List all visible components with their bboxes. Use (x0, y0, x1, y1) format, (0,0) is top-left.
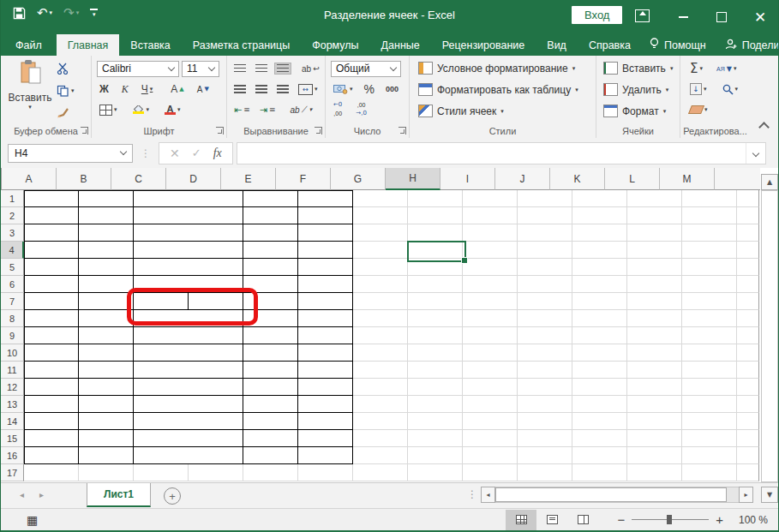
row-header-1[interactable]: 1 (1, 190, 24, 207)
tab-scroll-splitter[interactable]: ⋮ (467, 488, 477, 500)
cell-partial-9[interactable] (737, 327, 759, 344)
cell-I13[interactable] (463, 396, 518, 413)
column-header-C[interactable]: C (111, 168, 166, 190)
cell-L9[interactable] (627, 327, 682, 344)
cell-A5[interactable] (24, 259, 79, 276)
cell-J12[interactable] (518, 379, 572, 396)
cell-C10[interactable] (134, 344, 243, 362)
row-header-5[interactable]: 5 (1, 259, 24, 276)
cell-L4[interactable] (627, 242, 682, 259)
row-header-7[interactable]: 7 (1, 293, 24, 310)
cell-E1[interactable] (243, 190, 298, 207)
cell-L14[interactable] (627, 413, 682, 430)
normal-view-button[interactable] (506, 510, 536, 530)
cell-E9[interactable] (243, 327, 298, 344)
cell-L2[interactable] (627, 207, 682, 224)
tell-me-tab[interactable]: Помощн (642, 38, 714, 53)
cell-styles-button[interactable]: Стили ячеек▾ (418, 100, 592, 122)
row-header-4[interactable]: 4 (1, 242, 24, 259)
cell-M17[interactable] (682, 464, 737, 481)
cell-I17[interactable] (463, 464, 518, 481)
cell-C2[interactable] (134, 207, 243, 224)
cell-E17[interactable] (243, 464, 298, 481)
format-as-table-button[interactable]: Форматировать как таблицу▾ (418, 79, 592, 100)
cell-L12[interactable] (627, 379, 682, 396)
cell-G11[interactable] (353, 362, 408, 379)
cell-K15[interactable] (572, 430, 627, 447)
cell-A10[interactable] (24, 344, 79, 362)
align-center-button[interactable] (253, 83, 270, 95)
zoom-level[interactable]: 100 % (730, 514, 768, 526)
vertical-scroll-track[interactable] (761, 190, 778, 482)
expand-formula-bar-icon[interactable] (746, 143, 765, 164)
cell-I9[interactable] (463, 327, 518, 344)
cell-H17[interactable] (408, 464, 463, 481)
increase-font-button[interactable]: А▲ (168, 81, 186, 97)
clipboard-dialog-launcher[interactable] (81, 127, 88, 134)
cell-E13[interactable] (243, 396, 298, 413)
cell-L16[interactable] (627, 447, 682, 464)
scroll-right-icon[interactable]: ▸ (739, 487, 753, 503)
tab-Рецензирование[interactable]: Рецензирование (431, 34, 536, 56)
cell-partial-6[interactable] (737, 276, 759, 293)
cell-H12[interactable] (408, 379, 463, 396)
decrease-decimal-button[interactable]: ,00→,0 (353, 100, 369, 118)
cell-J8[interactable] (518, 310, 572, 327)
cell-L6[interactable] (627, 276, 682, 293)
cell-K12[interactable] (572, 379, 627, 396)
cell-M8[interactable] (682, 310, 737, 327)
cell-H2[interactable] (408, 207, 463, 224)
scroll-down-icon[interactable]: ▼ (761, 487, 778, 503)
cell-partial-10[interactable] (737, 344, 759, 362)
cell-C3[interactable] (134, 224, 243, 242)
cell-F2[interactable] (298, 207, 353, 224)
row-header-6[interactable]: 6 (1, 276, 24, 293)
name-box[interactable]: H4 (8, 144, 133, 163)
cell-C7[interactable] (134, 293, 189, 310)
cell-G7[interactable] (353, 293, 408, 310)
cell-L7[interactable] (627, 293, 682, 310)
cell-K5[interactable] (572, 259, 627, 276)
cell-I7[interactable] (463, 293, 518, 310)
ribbon-display-options-icon[interactable] (635, 9, 650, 22)
cell-M11[interactable] (682, 362, 737, 379)
cell-M13[interactable] (682, 396, 737, 413)
cell-F8[interactable] (298, 310, 353, 327)
cell-J6[interactable] (518, 276, 572, 293)
cell-E5[interactable] (243, 259, 298, 276)
wrap-text-button[interactable]: ab↩ (299, 63, 322, 75)
tab-Формулы[interactable]: Формулы (301, 34, 369, 56)
scroll-up-icon[interactable]: ▲ (761, 174, 778, 190)
row-header-13[interactable]: 13 (1, 396, 24, 413)
cell-I8[interactable] (463, 310, 518, 327)
cell-I11[interactable] (463, 362, 518, 379)
cell-E3[interactable] (243, 224, 298, 242)
cell-A2[interactable] (24, 207, 79, 224)
cell-L15[interactable] (627, 430, 682, 447)
cell-G16[interactable] (353, 447, 408, 464)
cell-M5[interactable] (682, 259, 737, 276)
cell-G15[interactable] (353, 430, 408, 447)
cell-J11[interactable] (518, 362, 572, 379)
scroll-left-icon[interactable]: ◂ (481, 487, 495, 503)
cell-J3[interactable] (518, 224, 572, 242)
cell-L11[interactable] (627, 362, 682, 379)
row-header-8[interactable]: 8 (1, 310, 24, 327)
column-header-G[interactable]: G (331, 168, 386, 190)
cell-J2[interactable] (518, 207, 572, 224)
cell-B17[interactable] (79, 464, 134, 481)
cell-L13[interactable] (627, 396, 682, 413)
maximize-button[interactable] (702, 0, 741, 34)
prev-sheet-icon[interactable]: ◂ (20, 490, 24, 499)
cell-J16[interactable] (518, 447, 572, 464)
cell-K11[interactable] (572, 362, 627, 379)
row-header-3[interactable]: 3 (1, 224, 24, 242)
new-sheet-icon[interactable]: + (164, 487, 181, 505)
cell-K16[interactable] (572, 447, 627, 464)
page-break-view-button[interactable] (567, 510, 598, 530)
cell-F12[interactable] (298, 379, 353, 396)
cell-partial-13[interactable] (737, 396, 759, 413)
cell-A6[interactable] (24, 276, 79, 293)
decrease-indent-button[interactable]: ⇤≡ (231, 103, 253, 117)
cell-H11[interactable] (408, 362, 463, 379)
